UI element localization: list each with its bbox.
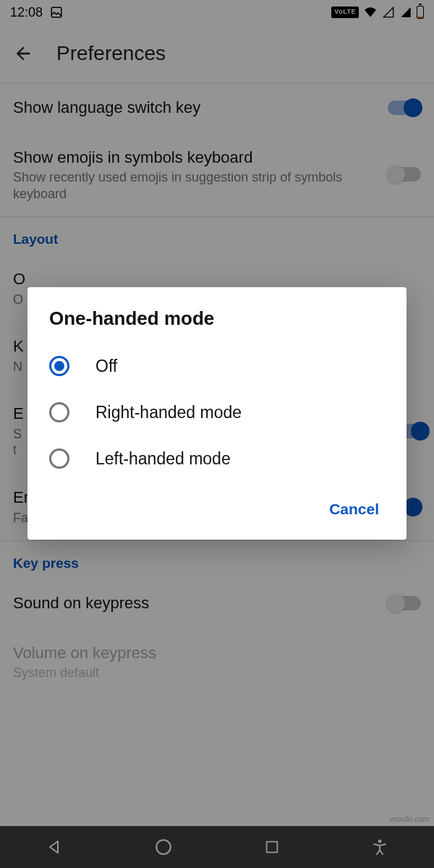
dialog-title: One-handed mode xyxy=(27,307,407,343)
radio-label: Off xyxy=(95,357,117,376)
radio-option-right[interactable]: Right-handed mode xyxy=(27,389,407,435)
radio-option-off[interactable]: Off xyxy=(27,343,407,389)
radio-button[interactable] xyxy=(49,402,69,422)
radio-option-left[interactable]: Left-handed mode xyxy=(27,435,407,482)
one-handed-mode-dialog: One-handed mode Off Right-handed mode Le… xyxy=(27,287,407,540)
radio-button[interactable] xyxy=(49,356,69,376)
radio-label: Right-handed mode xyxy=(95,403,242,422)
cancel-button[interactable]: Cancel xyxy=(320,495,388,524)
radio-button[interactable] xyxy=(49,448,69,469)
radio-label: Left-handed mode xyxy=(95,449,231,469)
